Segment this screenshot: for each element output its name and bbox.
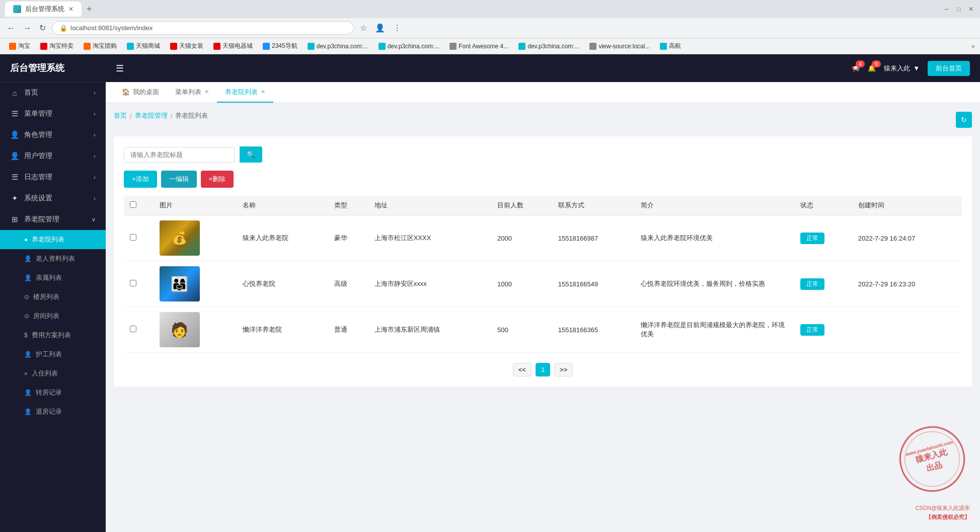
bookmark-p3china-3[interactable]: dev.p3china.com:... [514,41,583,51]
search-area: 🔍 [124,146,962,163]
sidebar-item-nursing[interactable]: ⊞ 养老院管理 ∨ [0,209,106,230]
sidebar-sub-building[interactable]: ⊙ 楼房列表 [0,287,106,307]
row-status: 正常 [794,307,852,353]
refresh-button[interactable]: ↻ [956,112,972,128]
row-created: 2022-7-29 16:24:07 [852,215,962,261]
next-page-button[interactable]: >> [554,363,573,376]
row-checkbox[interactable] [124,215,154,261]
bookmark-tmall[interactable]: 天猫商城 [123,40,164,52]
bookmark-gaohang[interactable]: 高航 [656,40,685,52]
menu-button[interactable]: ⋮ [391,21,403,35]
sidebar-item-role[interactable]: 👤 角色管理 ‹ [0,124,106,145]
bookmark-viewsource[interactable]: view-source:local... [585,41,654,51]
user-menu[interactable]: 猿来入此 ▼ [884,64,920,73]
sidebar-item-menu[interactable]: ☰ 菜单管理 ‹ [0,103,106,124]
bookmark-p3china-1[interactable]: dev.p3china.com:... [304,41,372,51]
sidebar-item-home[interactable]: ⌂ 首页 ‹ [0,82,106,103]
sidebar-sub-fee[interactable]: $ 费用方案列表 [0,326,106,345]
bookmark-taobao[interactable]: 淘宝 [5,40,34,52]
bookmark-button[interactable]: ☆ [358,21,369,35]
row-address: 上海市浦东新区周浦镇 [368,307,491,353]
bookmark-2345[interactable]: 2345导航 [259,40,301,52]
breadcrumb-sep2: / [171,112,173,120]
bookmark-taobao-group[interactable]: 淘宝团购 [80,40,121,52]
sidebar-item-user[interactable]: 👤 用户管理 ‹ [0,145,106,167]
bookmark-icon [379,43,386,50]
edit-button[interactable]: 一编辑 [161,171,197,188]
add-button[interactable]: +添加 [124,171,157,188]
tab-close-icon[interactable]: ✕ [68,6,73,13]
delete-button[interactable]: ×删除 [201,171,234,188]
bookmark-taobao-special[interactable]: 淘宝特卖 [36,40,78,52]
tab-menu-close[interactable]: ✕ [204,89,209,95]
bookmark-p3china-2[interactable]: dev.p3china.com:... [374,41,443,51]
sub-label-family: 亲属列表 [36,273,62,282]
back-button[interactable]: ← [5,22,17,35]
notification-badge[interactable]: 📢 4 [852,64,860,72]
search-button[interactable]: 🔍 [240,146,262,163]
address-bar[interactable]: 🔒 localhost:8081/system/index [52,21,354,35]
bookmarks-bar: 淘宝 淘宝特卖 淘宝团购 天猫商城 天猫女装 天猫电器城 2345导航 dev [0,38,980,54]
forward-button[interactable]: → [21,22,33,35]
sidebar-sub-checkin[interactable]: » 入住列表 [0,364,106,383]
bookmark-fontawesome[interactable]: Font Awesome 4... [445,41,512,51]
sidebar-sub-transfer[interactable]: 👤 转房记录 [0,383,106,402]
header-right: 📢 4 🔔 9 猿来入此 ▼ 前台首页 [852,61,970,76]
home-tab-icon: 🏠 [122,88,130,96]
maximize-button[interactable]: □ [955,5,963,13]
row-image: 👨‍👩‍👧 [154,261,237,307]
row-type: 高级 [328,261,368,307]
tab-menu-list[interactable]: 菜单列表 ✕ [167,83,217,103]
row-capacity: 1000 [491,261,552,307]
bookmark-tmall-fashion[interactable]: 天猫女装 [166,40,207,52]
page-1-button[interactable]: 1 [536,363,550,376]
frontend-button[interactable]: 前台首页 [928,61,970,76]
row-capacity: 500 [491,307,552,353]
sidebar-sub-checkout[interactable]: 👤 退房记录 [0,402,106,421]
row-checkbox[interactable] [124,261,154,307]
bookmark-icon [589,43,596,50]
window-controls: ─ □ ✕ [943,5,975,13]
row-checkbox[interactable] [124,307,154,353]
col-capacity: 目前人数 [491,196,552,215]
sidebar: 后台管理系统 ⌂ 首页 ‹ ☰ 菜单管理 ‹ 👤 角色管理 ‹ 👤 用户管理 ‹ [0,54,106,532]
row-type: 普通 [328,307,368,353]
row-status: 正常 [794,215,852,261]
close-button[interactable]: ✕ [967,5,975,13]
tab-desktop[interactable]: 🏠 我的桌面 [114,83,167,103]
row-phone: 15518166549 [552,261,635,307]
tab-nursing-close[interactable]: ✕ [261,89,265,95]
sidebar-label-settings: 系统设置 [24,194,52,203]
sub-label-elder-list: 老人资料列表 [36,254,75,263]
row-phone: 15518166365 [552,307,635,353]
new-tab-button[interactable]: + [83,2,96,17]
sidebar-sub-family[interactable]: 👤 亲属列表 [0,268,106,287]
sidebar-sub-elder-list[interactable]: 👤 老人资料列表 [0,249,106,268]
account-button[interactable]: 👤 [373,21,387,35]
sidebar-item-settings[interactable]: ✦ 系统设置 ‹ [0,188,106,209]
bookmark-tmall-appliance[interactable]: 天猫电器城 [209,40,257,52]
sidebar-sub-nursing-list[interactable]: ● 养老院列表 [0,230,106,249]
sidebar-sub-nurse[interactable]: 👤 护工列表 [0,345,106,364]
prev-page-button[interactable]: << [513,363,532,376]
toggle-sidebar-button[interactable]: ☰ [116,63,124,74]
minimize-button[interactable]: ─ [943,5,951,13]
row-phone: 15518166987 [552,215,635,261]
sidebar-label-role: 角色管理 [24,130,52,139]
sidebar-item-log[interactable]: ☰ 日志管理 ‹ [0,167,106,188]
sidebar-sub-room[interactable]: ⊙ 房间列表 [0,307,106,326]
select-all-checkbox[interactable] [130,201,136,208]
search-input[interactable] [124,147,235,163]
breadcrumb-nursing-mgmt[interactable]: 养老院管理 [135,111,168,120]
more-bookmarks-icon[interactable]: » [971,42,975,50]
table-row: 💰 猿来入此养老院 豪华 上海市松江区XXXX 2000 15518166987… [124,215,962,261]
bookmark-icon [9,43,16,50]
tab-nursing-list[interactable]: 养老院列表 ✕ [217,83,273,103]
bell-badge[interactable]: 🔔 9 [868,64,876,72]
browser-tab-active[interactable]: 后台管理系统 ✕ [5,2,82,17]
bookmark-icon [518,43,525,50]
reload-button[interactable]: ↻ [37,21,48,35]
col-image: 图片 [154,196,237,215]
col-created: 创建时间 [852,196,962,215]
breadcrumb-home[interactable]: 首页 [114,111,127,120]
